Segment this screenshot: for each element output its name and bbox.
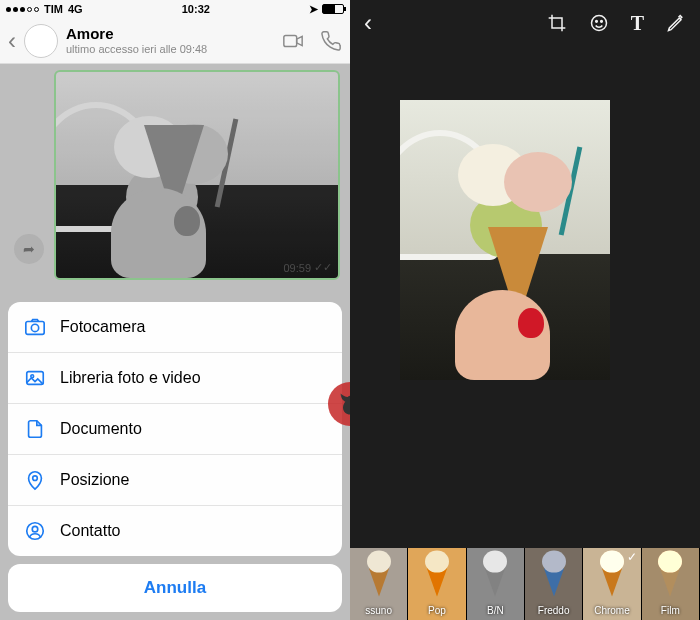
voice-call-icon[interactable]	[320, 30, 342, 52]
svg-point-5	[33, 476, 38, 481]
location-pin-icon	[24, 469, 46, 491]
sheet-item-label: Fotocamera	[60, 318, 145, 336]
draw-pencil-icon[interactable]	[666, 13, 686, 33]
filter-label: Freddo	[538, 603, 570, 620]
sheet-cancel-button[interactable]: Annulla	[8, 564, 342, 612]
filter-bn[interactable]: B/N	[467, 548, 525, 620]
attachment-action-sheet: Fotocamera Libreria foto e video Documen…	[8, 302, 342, 612]
whatsapp-chat-pane: TIM 4G 10:32 ➤ ‹ Amore ultimo accesso ie…	[0, 0, 350, 620]
filter-pop[interactable]: Pop	[408, 548, 466, 620]
filter-label: Pop	[428, 603, 446, 620]
filter-label: B/N	[487, 603, 504, 620]
filter-strip[interactable]: ssuno Pop B/N Freddo Chrome Film	[350, 548, 700, 620]
filter-chrome[interactable]: Chrome	[583, 548, 641, 620]
cancel-label: Annulla	[144, 578, 206, 597]
video-call-icon[interactable]	[282, 30, 304, 52]
svg-rect-0	[284, 35, 297, 46]
svg-rect-1	[26, 322, 44, 335]
sheet-item-location[interactable]: Posizione	[8, 455, 342, 506]
last-seen-label: ultimo accesso ieri alle 09:48	[66, 43, 274, 55]
photo-library-icon	[24, 367, 46, 389]
text-tool-icon[interactable]: T	[631, 12, 644, 35]
sheet-item-label: Contatto	[60, 522, 120, 540]
carrier-label: TIM	[44, 3, 63, 15]
back-chevron-icon[interactable]: ‹	[8, 27, 16, 55]
filter-film[interactable]: Film	[642, 548, 700, 620]
network-label: 4G	[68, 3, 83, 15]
signal-dots-icon	[6, 7, 39, 12]
contact-name[interactable]: Amore	[66, 26, 274, 43]
clock-label: 10:32	[182, 3, 210, 15]
filter-label: Film	[661, 603, 680, 620]
emoji-icon[interactable]	[589, 13, 609, 33]
svg-point-2	[31, 324, 38, 331]
document-icon	[24, 418, 46, 440]
filter-freddo[interactable]: Freddo	[525, 548, 583, 620]
sheet-item-label: Libreria foto e video	[60, 369, 201, 387]
avatar[interactable]	[24, 24, 58, 58]
sheet-item-label: Documento	[60, 420, 142, 438]
sheet-item-library[interactable]: Libreria foto e video	[8, 353, 342, 404]
chat-body: 09:59 ✓✓ ➦ Fotocamera Libreria foto e vi…	[0, 64, 350, 620]
photo-editor-pane: ‹ T ssuno Pop	[350, 0, 700, 620]
filter-nessuno[interactable]: ssuno	[350, 548, 408, 620]
sheet-item-label: Posizione	[60, 471, 129, 489]
camera-icon	[24, 316, 46, 338]
location-arrow-icon: ➤	[309, 3, 318, 16]
filter-label: ssuno	[365, 603, 392, 620]
editor-header: ‹ T	[350, 0, 700, 46]
svg-point-7	[32, 526, 38, 532]
svg-point-8	[591, 16, 606, 31]
svg-point-10	[600, 21, 602, 23]
crop-icon[interactable]	[547, 13, 567, 33]
battery-icon	[322, 4, 344, 14]
svg-point-9	[595, 21, 597, 23]
sheet-item-document[interactable]: Documento	[8, 404, 342, 455]
sheet-item-contact[interactable]: Contatto	[8, 506, 342, 556]
editor-back-icon[interactable]: ‹	[364, 9, 372, 37]
status-bar: TIM 4G 10:32 ➤	[0, 0, 350, 18]
sheet-item-camera[interactable]: Fotocamera	[8, 302, 342, 353]
chat-header: ‹ Amore ultimo accesso ieri alle 09:48	[0, 18, 350, 64]
filter-label: Chrome	[594, 603, 630, 620]
editor-canvas-image[interactable]	[400, 100, 610, 380]
contact-icon	[24, 520, 46, 542]
